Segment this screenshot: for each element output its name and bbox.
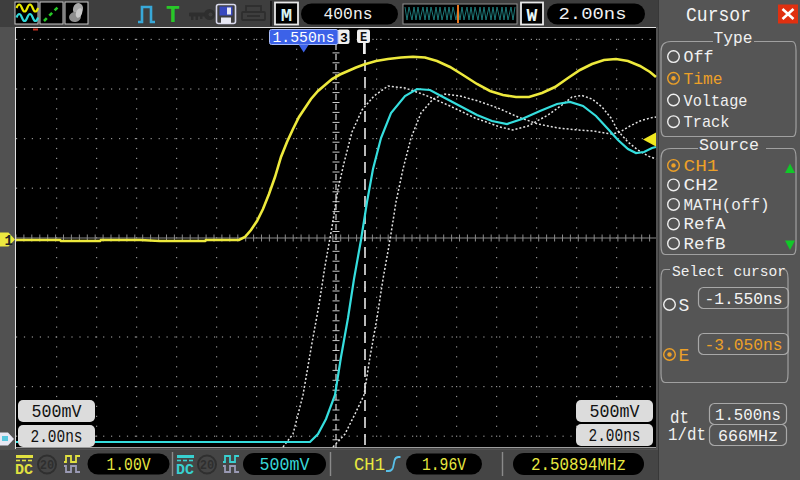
- svg-text:Type: Type: [714, 29, 753, 48]
- svg-text:2.50894MHz: 2.50894MHz: [531, 455, 626, 475]
- svg-text:E: E: [360, 31, 367, 45]
- svg-text:CH2: CH2: [684, 176, 719, 195]
- svg-text:1.96V: 1.96V: [422, 455, 466, 475]
- svg-text:CH1: CH1: [684, 157, 719, 176]
- svg-text:Select cursor: Select cursor: [672, 263, 786, 281]
- svg-text:500mV: 500mV: [260, 455, 310, 475]
- svg-text:W: W: [527, 6, 538, 26]
- svg-text:-3.050ns: -3.050ns: [705, 336, 783, 355]
- svg-text:E: E: [679, 346, 690, 366]
- svg-text:400ns: 400ns: [324, 5, 373, 24]
- svg-text:3: 3: [340, 31, 348, 46]
- svg-text:Time: Time: [684, 70, 723, 89]
- svg-text:500mV: 500mV: [32, 402, 82, 422]
- svg-text:S: S: [679, 296, 690, 316]
- svg-text:MATH(off): MATH(off): [684, 196, 770, 215]
- svg-text:Source: Source: [699, 136, 759, 155]
- svg-text:1.500ns: 1.500ns: [715, 406, 781, 425]
- svg-text:1: 1: [5, 233, 13, 249]
- svg-text:T: T: [166, 3, 180, 27]
- svg-text:1/dt: 1/dt: [668, 425, 706, 445]
- svg-text:1.00V: 1.00V: [107, 455, 151, 475]
- svg-text:2.00ns: 2.00ns: [589, 426, 641, 446]
- svg-text:Off: Off: [684, 48, 714, 67]
- svg-text:CH1: CH1: [354, 455, 385, 475]
- svg-text:500mV: 500mV: [590, 402, 640, 422]
- svg-text:Voltage: Voltage: [684, 92, 748, 111]
- svg-text:2.00ns: 2.00ns: [31, 427, 83, 447]
- svg-text:RefB: RefB: [684, 235, 726, 254]
- svg-text:666MHz: 666MHz: [718, 427, 778, 446]
- svg-text:M: M: [281, 5, 292, 27]
- svg-text:DC: DC: [176, 462, 195, 478]
- svg-text:20: 20: [200, 459, 214, 473]
- svg-text:RefA: RefA: [684, 215, 727, 234]
- svg-text:20: 20: [40, 459, 54, 473]
- svg-text:-1.550ns: -1.550ns: [705, 290, 783, 309]
- svg-text:1.550ns: 1.550ns: [273, 30, 335, 46]
- svg-text:DC: DC: [15, 462, 34, 478]
- svg-text:Track: Track: [684, 113, 730, 132]
- svg-text:Cursor: Cursor: [686, 4, 751, 27]
- svg-text:2.00ns: 2.00ns: [559, 5, 627, 24]
